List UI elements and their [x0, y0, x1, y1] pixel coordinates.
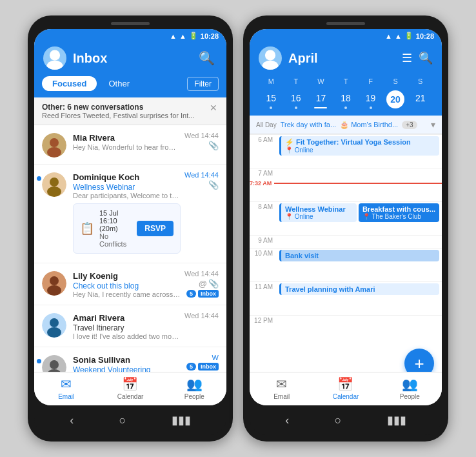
back-button-cal[interactable]: ‹ — [277, 411, 297, 430]
avatar-amari — [42, 313, 66, 338]
back-button[interactable]: ‹ — [62, 411, 81, 430]
date-19[interactable]: 19 — [358, 90, 383, 109]
svg-point-10 — [47, 285, 61, 296]
add-event-fab[interactable]: + — [404, 349, 434, 372]
date-20-today[interactable]: 20 — [383, 90, 408, 109]
email-subject-dominique: Wellness Webinar — [73, 183, 181, 192]
svg-point-6 — [50, 178, 59, 187]
battery-icon-cal: 🔋 — [404, 32, 413, 40]
email-time-mia: Wed 14:44 — [184, 132, 219, 139]
nav-calendar-active[interactable]: 📅 Calendar — [313, 376, 377, 400]
event-travel-planning[interactable]: Travel planning with Amari — [279, 283, 439, 295]
time-label-12pm: 12 PM — [250, 316, 277, 349]
home-button-cal[interactable]: ○ — [327, 411, 350, 430]
time-label-11am: 11 AM — [250, 282, 277, 315]
tab-other[interactable]: Other — [102, 76, 136, 91]
status-bar-email: ▲ ▲ 🔋 10:28 — [34, 29, 226, 41]
all-day-event-mom[interactable]: 🎂 Mom's Birthd... — [340, 121, 398, 129]
calendar-invite[interactable]: 📋 15 Jul 16:10 (20m) No Conflicts RSVP — [73, 203, 181, 254]
email-meta-amari: Wed 14:44 — [184, 312, 219, 340]
email-item-dominique[interactable]: Dominique Koch Wellness Webinar Dear par… — [34, 165, 226, 263]
email-meta-dominique: Wed 14:44 📎 — [184, 171, 219, 256]
view-icon[interactable]: ☰ — [402, 51, 412, 65]
date-17[interactable]: 17 — [308, 90, 333, 109]
rsvp-button[interactable]: RSVP — [137, 221, 174, 236]
email-item-lily[interactable]: Lily Koenig Check out this blog Hey Nia,… — [34, 263, 226, 305]
all-day-event-trek[interactable]: Trek day with fa... — [281, 121, 336, 128]
time-display-cal: 10:28 — [416, 32, 434, 40]
email-content-amari: Amari Rivera Travel Itinerary I love it!… — [73, 312, 181, 340]
sender-name-sonia: Sonia Sullivan — [73, 355, 130, 365]
recents-button-cal[interactable]: ▮▮▮ — [379, 411, 414, 430]
badge-inbox-sonia: Inbox — [198, 363, 219, 371]
email-preview-mia: Hey Nia, Wonderful to hear from you afte… — [73, 143, 181, 151]
sender-name-dominique: Dominique Koch — [73, 172, 139, 182]
event-breakfast-title: Breakfast with cous... — [362, 205, 435, 213]
search-icon-email[interactable]: 🔍 — [196, 48, 217, 68]
expand-icon[interactable]: ▾ — [431, 119, 435, 130]
tab-focused[interactable]: Focused — [42, 76, 97, 91]
time-slot-7am: 7 AM 7:32 AM — [250, 168, 442, 201]
inbox-title: Inbox — [73, 51, 196, 66]
notif-main-text: Other: 6 new conversations — [42, 103, 194, 112]
date-21[interactable]: 21 — [408, 90, 433, 109]
events-side-by-side: Wellness Webinar 📍 Online Breakfast with… — [279, 203, 439, 223]
svg-point-17 — [265, 50, 275, 60]
people-nav-icon: 👥 — [186, 376, 203, 392]
event-breakfast-loc: 📍 The Baker's Club — [362, 213, 435, 220]
email-content-sonia: Sonia Sullivan Weekend Volunteering Hi N… — [73, 354, 183, 372]
all-day-more[interactable]: +3 — [402, 121, 417, 129]
svg-point-3 — [50, 138, 59, 147]
date-16[interactable]: 16 — [284, 90, 309, 109]
email-nav-icon: ✉ — [61, 376, 72, 392]
nav-calendar[interactable]: 📅 Calendar — [98, 376, 162, 400]
email-content-lily: Lily Koenig Check out this blog Hey Nia,… — [73, 270, 181, 298]
tab-filter[interactable]: Filter — [187, 77, 219, 91]
event-wellness-webinar[interactable]: Wellness Webinar 📍 Online — [279, 203, 357, 222]
calendar-nav-icon: 📅 — [122, 376, 138, 392]
email-nav-label-cal: Email — [273, 393, 290, 400]
attachment-icon-mia: 📎 — [208, 141, 219, 150]
event-wellness-loc: 📍 Online — [285, 213, 353, 220]
home-button[interactable]: ○ — [112, 411, 134, 430]
user-avatar-cal[interactable] — [259, 46, 282, 70]
date-18[interactable]: 18 — [333, 90, 359, 109]
time-events-6am: ⚡ Fit Together: Virtual Yoga Session 📍 O… — [277, 135, 442, 168]
email-time-dominique: Wed 14:44 — [184, 171, 219, 179]
email-tabs-row: Focused Other Filter — [34, 76, 226, 97]
date-15[interactable]: 15 — [259, 90, 284, 109]
calendar-nav-icon-cal: 📅 — [337, 376, 353, 392]
event-breakfast[interactable]: Breakfast with cous... 📍 The Baker's Clu… — [359, 203, 439, 222]
notif-sub-text: Reed Flores Tweeted, Festival surprises … — [42, 112, 194, 119]
time-slot-11am: 11 AM Travel planning with Amari — [250, 281, 442, 315]
calendar-header: April ☰ 🔍 M T W T F S S — [250, 41, 442, 116]
battery-icon: 🔋 — [189, 32, 198, 40]
notif-close-button[interactable]: ✕ — [208, 103, 219, 113]
search-icon-cal[interactable]: 🔍 — [419, 51, 433, 65]
email-item-amari[interactable]: Amari Rivera Travel Itinerary I love it!… — [34, 305, 226, 347]
time-marker-line — [274, 183, 442, 184]
email-preview-dominique: Dear participants, Welcome to the new we… — [73, 192, 181, 199]
email-item-mia[interactable]: Mia Rivera Hey Nia, Wonderful to hear fr… — [34, 125, 226, 165]
sender-name-amari: Amari Rivera — [73, 313, 124, 323]
email-time-lily: Wed 14:44 — [184, 270, 219, 278]
recents-button[interactable]: ▮▮▮ — [164, 411, 199, 430]
email-nav-label: Email — [58, 393, 74, 400]
nav-people[interactable]: 👥 People — [163, 376, 226, 400]
email-item-sonia[interactable]: Sonia Sullivan Weekend Volunteering Hi N… — [34, 347, 226, 372]
calendar-title: April — [288, 51, 402, 66]
event-bank-visit[interactable]: Bank visit — [279, 250, 439, 261]
day-label-wed: W — [308, 77, 333, 85]
nav-email-cal[interactable]: ✉ Email — [250, 376, 313, 400]
mention-icon-lily: @ — [199, 279, 207, 289]
nav-people-cal[interactable]: 👥 People — [378, 376, 442, 400]
svg-point-18 — [262, 61, 278, 70]
time-marker-label: 7:32 AM — [250, 180, 272, 187]
user-avatar[interactable] — [43, 46, 66, 70]
event-yoga[interactable]: ⚡ Fit Together: Virtual Yoga Session 📍 O… — [279, 136, 439, 156]
attachment-icon-lily: 📎 — [208, 279, 219, 289]
status-bar-cal: ▲ ▲ 🔋 10:28 — [250, 29, 442, 41]
day-label-mon: M — [259, 77, 284, 85]
nav-email[interactable]: ✉ Email — [34, 376, 98, 400]
day-label-sun: S — [408, 77, 433, 85]
